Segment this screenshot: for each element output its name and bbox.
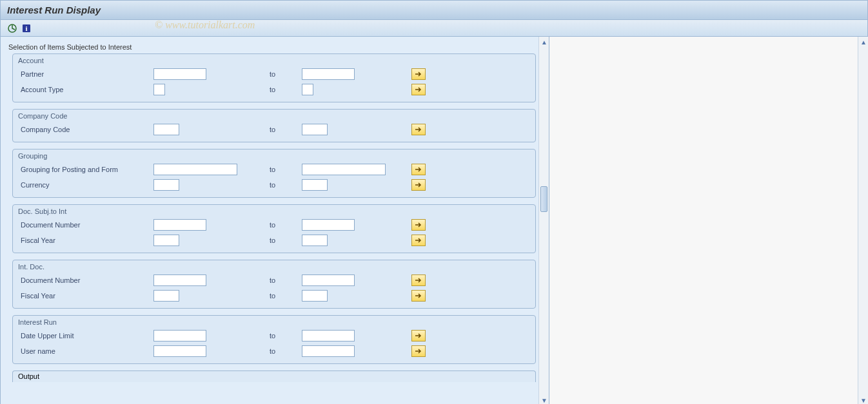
group-interest-run-legend: Interest Run <box>18 318 530 326</box>
input-partner-from[interactable] <box>153 68 206 80</box>
input-doc-number-subj-to[interactable] <box>302 219 355 231</box>
row-currency: Currency to <box>18 178 530 192</box>
section-header: Selection of Items Subjected to Interest <box>6 42 544 53</box>
multi-select-button[interactable] <box>411 345 426 357</box>
execute-icon[interactable] <box>7 23 17 34</box>
row-fiscal-year-subj: Fiscal Year to <box>18 233 530 247</box>
input-account-type-from[interactable] <box>153 84 165 95</box>
to-label: to <box>270 292 302 300</box>
input-user-name-from[interactable] <box>153 345 206 357</box>
multi-select-button[interactable] <box>411 124 426 135</box>
to-label: to <box>270 332 302 340</box>
input-fiscal-year-int-to[interactable] <box>302 290 328 302</box>
page-title: Interest Run Display <box>7 5 101 15</box>
multi-select-button[interactable] <box>411 164 426 175</box>
to-label: to <box>270 347 302 355</box>
input-company-code-from[interactable] <box>153 124 179 135</box>
row-fiscal-year-int: Fiscal Year to <box>18 289 530 303</box>
input-account-type-to[interactable] <box>302 84 313 95</box>
info-icon[interactable]: i <box>21 23 32 34</box>
to-label: to <box>270 126 302 133</box>
row-partner: Partner to <box>18 67 530 81</box>
label-currency: Currency <box>18 181 153 189</box>
label-fiscal-year: Fiscal Year <box>18 292 153 300</box>
group-account: Account Partner to Account Type to <box>12 53 536 102</box>
toolbar: i <box>0 20 868 37</box>
scroll-up-icon[interactable]: ▲ <box>539 37 549 47</box>
group-grouping: Grouping Grouping for Posting and Form t… <box>12 149 536 198</box>
label-company-code: Company Code <box>18 126 153 133</box>
label-account-type: Account Type <box>18 86 153 93</box>
content-scrollbar[interactable]: ▲ ▼ <box>538 37 549 404</box>
label-date-upper: Date Upper Limit <box>18 332 153 340</box>
scroll-up-icon[interactable]: ▲ <box>858 37 868 47</box>
label-doc-number: Document Number <box>18 221 153 229</box>
svg-text:i: i <box>25 24 27 32</box>
group-output: Output <box>12 370 536 382</box>
to-label: to <box>270 166 302 173</box>
scroll-down-icon[interactable]: ▼ <box>539 395 549 404</box>
group-int-doc: Int. Doc. Document Number to Fiscal Year… <box>12 260 536 309</box>
group-output-legend: Output <box>18 372 530 380</box>
multi-select-button[interactable] <box>411 68 426 80</box>
label-doc-number: Document Number <box>18 276 153 284</box>
multi-select-button[interactable] <box>411 219 426 231</box>
label-posting-form: Grouping for Posting and Form <box>18 166 153 173</box>
row-user-name: User name to <box>18 344 530 358</box>
input-fiscal-year-subj-to[interactable] <box>302 235 328 246</box>
row-doc-number-subj: Document Number to <box>18 218 530 232</box>
multi-select-button[interactable] <box>411 84 426 95</box>
row-posting-form: Grouping for Posting and Form to <box>18 162 530 177</box>
input-fiscal-year-int-from[interactable] <box>153 290 179 302</box>
input-partner-to[interactable] <box>302 68 355 80</box>
to-label: to <box>270 221 302 229</box>
multi-select-button[interactable] <box>411 330 426 341</box>
multi-select-button[interactable] <box>411 235 426 246</box>
group-doc-subj-legend: Doc. Subj.to Int <box>18 207 530 215</box>
right-scrollbar[interactable]: ▲ ▼ <box>858 37 868 404</box>
title-bar: Interest Run Display <box>0 0 868 20</box>
input-doc-number-int-to[interactable] <box>302 274 355 286</box>
to-label: to <box>270 236 302 244</box>
input-fiscal-year-subj-from[interactable] <box>153 235 179 246</box>
input-posting-form-to[interactable] <box>302 164 386 175</box>
group-doc-subj: Doc. Subj.to Int Document Number to Fisc… <box>12 204 536 253</box>
group-company-code: Company Code Company Code to <box>12 109 536 142</box>
group-company-code-legend: Company Code <box>18 112 530 120</box>
scroll-down-icon[interactable]: ▼ <box>858 395 868 404</box>
row-date-upper: Date Upper Limit to <box>18 329 530 343</box>
to-label: to <box>270 181 302 189</box>
right-pane: ▲ ▼ <box>549 37 868 404</box>
group-interest-run: Interest Run Date Upper Limit to User na… <box>12 315 536 364</box>
label-fiscal-year: Fiscal Year <box>18 236 153 244</box>
scroll-track[interactable] <box>539 47 549 395</box>
multi-select-button[interactable] <box>411 274 426 286</box>
row-doc-number-int: Document Number to <box>18 273 530 287</box>
input-posting-form-from[interactable] <box>153 164 237 175</box>
to-label: to <box>270 276 302 284</box>
content-pane: Selection of Items Subjected to Interest… <box>0 37 549 404</box>
input-company-code-to[interactable] <box>302 124 328 135</box>
label-user-name: User name <box>18 347 153 355</box>
to-label: to <box>270 70 302 78</box>
scroll-thumb[interactable] <box>540 186 547 212</box>
input-currency-to[interactable] <box>302 179 328 191</box>
input-user-name-to[interactable] <box>302 345 355 357</box>
main-area: Selection of Items Subjected to Interest… <box>0 37 868 404</box>
input-date-upper-from[interactable] <box>153 330 206 341</box>
group-account-legend: Account <box>18 57 530 64</box>
group-int-doc-legend: Int. Doc. <box>18 263 530 271</box>
input-doc-number-subj-from[interactable] <box>153 219 206 231</box>
input-doc-number-int-from[interactable] <box>153 274 206 286</box>
multi-select-button[interactable] <box>411 290 426 302</box>
multi-select-button[interactable] <box>411 179 426 191</box>
input-currency-from[interactable] <box>153 179 179 191</box>
row-company-code: Company Code to <box>18 122 530 137</box>
to-label: to <box>270 86 302 93</box>
label-partner: Partner <box>18 70 153 78</box>
row-account-type: Account Type to <box>18 82 530 97</box>
group-grouping-legend: Grouping <box>18 152 530 160</box>
input-date-upper-to[interactable] <box>302 330 355 341</box>
